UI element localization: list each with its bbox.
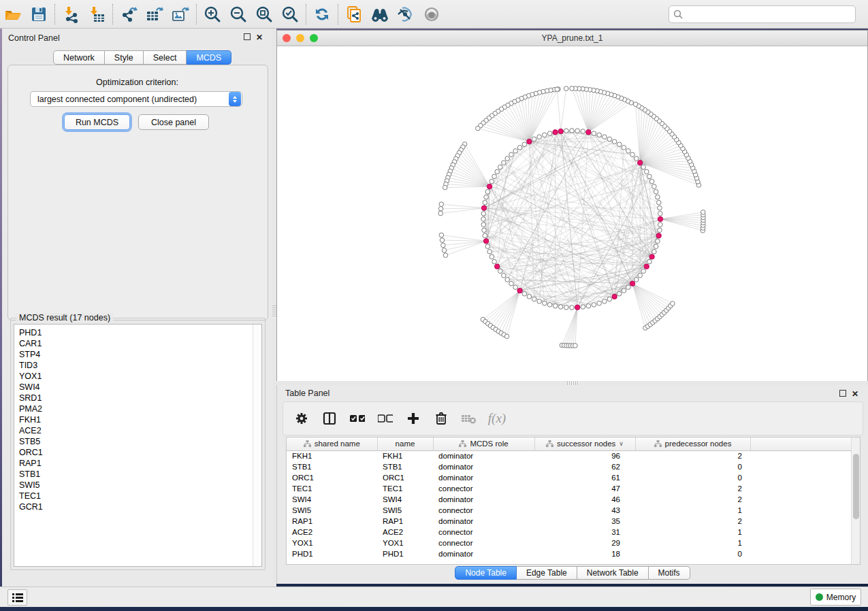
export-table-button[interactable] (142, 3, 167, 26)
network-node[interactable] (489, 179, 494, 184)
network-node[interactable] (602, 299, 607, 304)
network-node[interactable] (581, 129, 585, 134)
table-row[interactable]: YOX1YOX1connector291 (287, 538, 852, 548)
network-node[interactable] (505, 278, 510, 282)
network-window-titlebar[interactable]: YPA_prune.txt_1 (277, 31, 867, 46)
network-node[interactable] (597, 301, 602, 306)
tab-network-table[interactable]: Network Table (577, 566, 649, 580)
network-node[interactable] (671, 301, 675, 306)
network-node[interactable] (504, 334, 509, 339)
zoom-selected-button[interactable] (277, 3, 303, 26)
network-node[interactable] (505, 156, 510, 161)
network-node[interactable] (656, 195, 660, 199)
network-node[interactable] (522, 142, 527, 147)
import-network-button[interactable] (58, 3, 84, 26)
network-node[interactable] (553, 303, 558, 308)
network-node[interactable] (633, 102, 638, 107)
network-node[interactable] (487, 250, 492, 254)
global-search-field[interactable] (669, 5, 856, 23)
network-node[interactable] (622, 146, 626, 150)
network-node[interactable] (476, 126, 481, 131)
network-canvas[interactable] (277, 46, 867, 381)
network-node[interactable] (617, 291, 622, 296)
mcds-result-node[interactable]: STB5 (19, 436, 261, 447)
network-node[interactable] (564, 86, 568, 91)
dominator-node[interactable] (649, 254, 654, 259)
network-node[interactable] (641, 269, 646, 274)
zoom-out-button[interactable] (225, 3, 251, 26)
network-node[interactable] (592, 303, 596, 308)
network-node[interactable] (654, 190, 658, 195)
mcds-result-node[interactable]: YOX1 (19, 371, 261, 382)
select-all-checkboxes-button[interactable] (350, 411, 365, 426)
network-node[interactable] (652, 184, 657, 189)
network-node[interactable] (443, 185, 447, 190)
mcds-result-node[interactable]: PMA2 (19, 403, 261, 414)
network-node[interactable] (602, 135, 607, 139)
network-node[interactable] (492, 259, 497, 264)
share-network-document-button[interactable] (341, 3, 367, 26)
network-node[interactable] (492, 174, 497, 179)
table-scrollbar[interactable] (851, 437, 860, 564)
network-node[interactable] (527, 295, 532, 299)
network-node[interactable] (502, 274, 507, 278)
dominator-node[interactable] (586, 130, 591, 135)
network-node[interactable] (517, 146, 522, 150)
add-column-button[interactable] (406, 411, 421, 426)
zoom-fit-button[interactable] (251, 3, 277, 26)
network-node[interactable] (597, 133, 602, 137)
tab-mcds[interactable]: MCDS (187, 50, 231, 65)
mcds-result-node[interactable]: SWI5 (19, 480, 261, 491)
network-node[interactable] (482, 228, 487, 233)
network-node[interactable] (658, 228, 662, 233)
open-file-button[interactable] (0, 3, 26, 26)
network-node[interactable] (502, 161, 507, 165)
network-node[interactable] (532, 137, 536, 142)
network-node[interactable] (570, 129, 575, 133)
network-node[interactable] (513, 285, 518, 290)
task-history-button[interactable] (7, 589, 27, 606)
dominator-node[interactable] (658, 216, 662, 221)
network-node[interactable] (543, 301, 547, 306)
network-node[interactable] (485, 244, 490, 249)
network-node[interactable] (440, 238, 445, 243)
hide-detail-button[interactable] (393, 3, 419, 26)
network-node[interactable] (641, 165, 646, 169)
mcds-list-scrollbar[interactable] (253, 325, 261, 566)
network-node[interactable] (617, 142, 622, 147)
dominator-node[interactable] (483, 239, 488, 244)
dominator-node[interactable] (612, 294, 617, 299)
dominator-node[interactable] (637, 160, 642, 165)
memory-button[interactable]: Memory (810, 589, 861, 606)
network-node[interactable] (564, 129, 569, 133)
tab-network[interactable]: Network (53, 50, 105, 65)
network-node[interactable] (612, 139, 617, 144)
zoom-in-button[interactable] (199, 3, 225, 26)
table-row[interactable]: SWI5SWI5connector431 (287, 505, 852, 516)
network-node[interactable] (509, 281, 514, 286)
table-row[interactable]: FKH1FKH1dominator962 (287, 450, 852, 461)
tab-select[interactable]: Select (144, 50, 187, 65)
mcds-result-list[interactable]: PHD1CAR1STP4TID3YOX1SWI4SRD1PMA2FKH1ACE2… (14, 324, 262, 567)
table-settings-button[interactable] (294, 411, 309, 426)
apply-function-button[interactable]: f(x) (489, 411, 504, 426)
table-row[interactable]: STB1STB1dominator620 (287, 461, 852, 472)
network-node[interactable] (626, 285, 631, 290)
dominator-node[interactable] (644, 264, 649, 269)
network-node[interactable] (513, 149, 518, 154)
table-row[interactable]: SWI4SWI4dominator462 (287, 494, 852, 505)
mcds-result-node[interactable]: ACE2 (19, 425, 261, 436)
column-header[interactable]: shared name (287, 437, 377, 450)
network-node[interactable] (483, 233, 487, 238)
network-node[interactable] (537, 299, 542, 304)
network-node[interactable] (481, 217, 486, 222)
network-node[interactable] (489, 254, 494, 259)
search-input[interactable] (684, 10, 851, 19)
network-node[interactable] (658, 212, 662, 216)
network-node[interactable] (498, 269, 503, 274)
network-node[interactable] (443, 253, 448, 258)
close-panel-icon[interactable]: ✕ (256, 33, 263, 42)
show-eye-button[interactable] (419, 3, 445, 26)
network-node[interactable] (483, 200, 487, 205)
network-node[interactable] (543, 133, 547, 137)
